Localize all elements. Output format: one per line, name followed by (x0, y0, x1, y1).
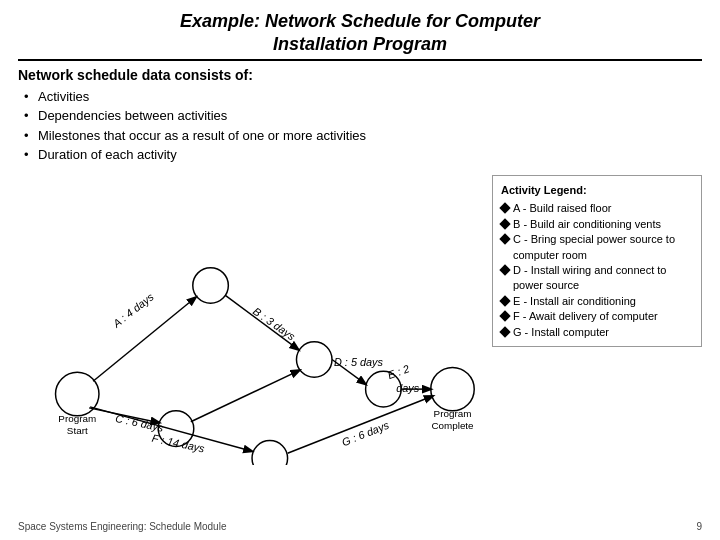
svg-line-7 (93, 297, 196, 381)
diamond-icon (499, 233, 510, 244)
svg-line-14 (191, 370, 300, 421)
diamond-icon (499, 264, 510, 275)
svg-point-1 (193, 267, 229, 303)
footer-right: 9 (696, 521, 702, 532)
legend-title: Activity Legend: (501, 182, 693, 200)
title-text-line1: Example: Network Schedule for Computer (180, 11, 540, 31)
legend-box: Activity Legend: A - Build raised floor … (492, 175, 702, 347)
page: Example: Network Schedule for Computer I… (0, 0, 720, 540)
complete-label1: Program (434, 408, 472, 419)
title-line1: Example: Network Schedule for Computer (18, 10, 702, 33)
start-label1: Program (58, 412, 96, 423)
start-label2: Start (67, 424, 88, 435)
legend-item-g: G - Install computer (501, 325, 693, 340)
legend-item-b: B - Build air conditioning vents (501, 217, 693, 232)
diamond-icon (499, 218, 510, 229)
subtitle: Network schedule data consists of: (18, 67, 702, 83)
svg-line-8 (225, 295, 298, 349)
bullet-item: Activities (38, 87, 702, 107)
svg-point-5 (431, 367, 474, 410)
edge-label-b: B : 3 days (251, 305, 298, 343)
edge-label-c: C : 6 days (114, 412, 165, 434)
svg-line-13 (288, 396, 433, 453)
legend-item-e: E - Install air conditioning (501, 294, 693, 309)
network-svg: A : 4 days B : 3 days C : 6 days D : 5 d… (18, 175, 492, 465)
edge-label-e2: days (396, 382, 420, 394)
edge-label-a: A : 4 days (110, 290, 156, 330)
edge-label-d: D : 5 days (334, 356, 383, 368)
svg-point-6 (252, 440, 288, 465)
bullet-item: Dependencies between activities (38, 106, 702, 126)
footer: Space Systems Engineering: Schedule Modu… (18, 521, 702, 532)
main-content: A : 4 days B : 3 days C : 6 days D : 5 d… (18, 175, 702, 465)
legend-item-f: F - Await delivery of computer (501, 309, 693, 324)
diamond-icon (499, 295, 510, 306)
bullet-item: Milestones that occur as a result of one… (38, 126, 702, 146)
bullet-item: Duration of each activity (38, 145, 702, 165)
diagram-area: A : 4 days B : 3 days C : 6 days D : 5 d… (18, 175, 492, 465)
footer-left: Space Systems Engineering: Schedule Modu… (18, 521, 226, 532)
diamond-icon (499, 310, 510, 321)
title-underline (18, 59, 702, 61)
bullet-list: Activities Dependencies between activiti… (18, 87, 702, 165)
title-area: Example: Network Schedule for Computer I… (18, 10, 702, 61)
complete-label2: Complete (431, 419, 474, 430)
edge-label-e: E : 2 (386, 362, 411, 381)
title-line2: Installation Program (18, 33, 702, 56)
legend-item-d: D - Install wiring and connect to power … (501, 263, 693, 294)
title-text-line2: Installation Program (273, 34, 447, 54)
diamond-icon (499, 203, 510, 214)
svg-point-2 (296, 342, 332, 378)
legend-item-c: C - Bring special power source to comput… (501, 232, 693, 263)
diamond-icon (499, 326, 510, 337)
legend-item-a: A - Build raised floor (501, 201, 693, 216)
